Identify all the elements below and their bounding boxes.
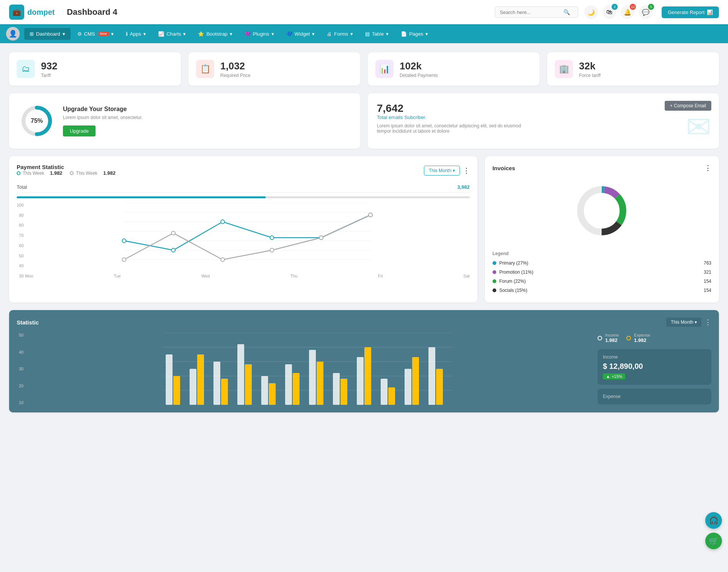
- stat-info-payments: 102k Detailed Payments: [400, 60, 438, 78]
- invoices-more-button[interactable]: ⋮: [704, 164, 711, 172]
- storage-percent: 75%: [31, 118, 43, 124]
- statistic-more-button[interactable]: ⋮: [704, 318, 711, 326]
- expense-label: Expense: [634, 333, 650, 337]
- nav-item-table[interactable]: ▤ Table ▾: [360, 28, 394, 40]
- generate-report-button[interactable]: Generate Report 📊: [662, 6, 719, 18]
- statistic-this-month-button[interactable]: This Month ▾: [666, 318, 701, 327]
- expense-box: Expense: [598, 389, 711, 404]
- bar-y-axis: 5040302010: [17, 333, 26, 405]
- line-chart-container: 10090807060504030: [17, 203, 470, 278]
- payment-more-button[interactable]: ⋮: [463, 166, 470, 175]
- invoices-header: Invoices ⋮: [493, 164, 711, 172]
- bar-y-8: [364, 347, 371, 405]
- chevron-down-icon-bootstrap: ▾: [230, 31, 232, 37]
- bar-chart-inner: 5040302010: [17, 333, 590, 405]
- income-value: 1.982: [605, 337, 619, 343]
- bar-y-7: [340, 379, 347, 405]
- invoices-legend: Legend Primary (27%) 763 Promotion (11%)…: [493, 251, 711, 295]
- chevron-down-icon-charts: ▾: [183, 31, 186, 37]
- charts-icon: 📈: [158, 31, 164, 37]
- bar-w-7: [333, 373, 340, 405]
- bar-w-10: [405, 369, 411, 405]
- income-expense-row: Income 1.982 Expense 1.982: [598, 333, 711, 343]
- statistic-header: Statistic This Month ▾ ⋮: [17, 318, 711, 327]
- bar-chart-area: 5040302010: [17, 333, 590, 405]
- search-box: 🔍: [495, 6, 578, 18]
- storage-donut: 75%: [20, 104, 54, 138]
- payments-number: 102k: [400, 60, 438, 72]
- bar-y-9: [388, 387, 395, 405]
- nav-item-cms[interactable]: ⚙ CMS New ▾: [72, 28, 119, 40]
- legend-label-2: This Week: [76, 171, 97, 176]
- nav-item-dashboard[interactable]: ⊞ Dashboard ▾: [24, 28, 71, 40]
- bar-w-6: [309, 350, 316, 405]
- nav-item-pages[interactable]: 📄 Pages ▾: [395, 28, 433, 40]
- expense-label-group: Expense 1.982: [634, 333, 650, 343]
- force-icon: 🏢: [555, 60, 573, 78]
- chevron-down-icon-plugins: ▾: [271, 31, 274, 37]
- charts-row: Payment Statistic This Week 1.982 This W…: [9, 156, 719, 302]
- nav-item-charts[interactable]: 📈 Charts ▾: [153, 28, 191, 40]
- search-input[interactable]: [500, 9, 560, 15]
- nav-item-forms[interactable]: 🖨 Forms ▾: [322, 28, 358, 40]
- bar-w-9: [381, 379, 388, 405]
- bar-w-1: [190, 369, 196, 405]
- payments-icon: 📊: [375, 60, 394, 78]
- gift-icon: 🛍: [606, 9, 612, 16]
- income-box: Income $ 12,890,00 ▲ +15%: [598, 349, 711, 385]
- bar-chart-svg: [26, 333, 590, 405]
- y-axis: 10090807060504030: [17, 203, 25, 278]
- nav-item-plugins[interactable]: 💜 Plugins ▾: [239, 28, 279, 40]
- income-item: Income 1.982: [598, 333, 619, 343]
- moon-button[interactable]: 🌙: [584, 5, 598, 19]
- tariff-label: Tariff: [41, 73, 57, 78]
- bell-button[interactable]: 🔔 12: [621, 5, 634, 19]
- plugins-icon: 💜: [245, 31, 251, 37]
- invoices-card: Invoices ⋮: [485, 156, 719, 302]
- gift-button[interactable]: 🛍 2: [602, 5, 616, 19]
- price-label: Required Price: [220, 73, 250, 78]
- legend-primary-value: 763: [704, 260, 711, 266]
- income-label-group: Income 1.982: [605, 333, 619, 343]
- dot2-2: [221, 258, 225, 262]
- nav-label-pages: Pages: [409, 31, 423, 37]
- nav-item-bootstrap[interactable]: ⭐ Bootstrap ▾: [193, 28, 238, 40]
- stat-info-panel: Income 1.982 Expense 1.982 Income $: [598, 333, 711, 404]
- bar-y-10: [412, 357, 419, 405]
- payment-chart-card: Payment Statistic This Week 1.982 This W…: [9, 156, 477, 302]
- statistic-title: Statistic: [17, 319, 39, 326]
- legend-primary: Primary (27%) 763: [493, 259, 711, 268]
- expense-value: 1.982: [634, 337, 650, 343]
- stat-info-force: 32k Force tariff: [579, 60, 601, 78]
- line1-path: [124, 215, 371, 250]
- bar-y-2: [221, 379, 228, 405]
- storage-card: 75% Upgrade Your Storage Lorem ipsum dol…: [9, 93, 360, 149]
- nav-item-widget[interactable]: 💙 Widget ▾: [281, 28, 320, 40]
- logo-icon: 💼: [9, 5, 24, 20]
- legend-socials: Socials (15%) 154: [493, 286, 711, 295]
- this-month-button[interactable]: This Month ▾: [424, 166, 460, 176]
- nav-item-apps[interactable]: ℹ Apps ▾: [121, 28, 152, 40]
- upgrade-button[interactable]: Upgrade: [63, 125, 96, 136]
- dot1-2: [221, 220, 225, 224]
- header: 💼 dompet Dashboard 4 🔍 🌙 🛍 2 🔔 12 💬 5 Ge…: [0, 0, 728, 24]
- legend-promotion: Promotion (11%) 321: [493, 268, 711, 277]
- payment-legend: This Week 1.982 This Week 1.982: [17, 170, 116, 176]
- expense-box-title: Expense: [603, 394, 706, 399]
- payment-progress-fill: [17, 196, 266, 198]
- payment-progress-bar: [17, 196, 470, 198]
- legend-val-2: 1.982: [103, 170, 116, 176]
- chat-button[interactable]: 💬 5: [639, 5, 653, 19]
- total-label: Total: [17, 184, 27, 190]
- stat-card-payments: 📊 102k Detailed Payments: [368, 52, 540, 86]
- swatch-primary: [493, 261, 496, 265]
- widget-icon: 💙: [286, 31, 292, 37]
- bootstrap-icon: ⭐: [198, 31, 204, 37]
- bell-badge: 12: [630, 4, 636, 10]
- income-badge-value: +15%: [612, 374, 622, 379]
- expense-item: Expense 1.982: [626, 333, 650, 343]
- nav-label-charts: Charts: [166, 31, 181, 37]
- dot1-0: [122, 239, 126, 243]
- chevron-down-icon-widget: ▾: [312, 31, 315, 37]
- bar-y-3: [245, 364, 252, 405]
